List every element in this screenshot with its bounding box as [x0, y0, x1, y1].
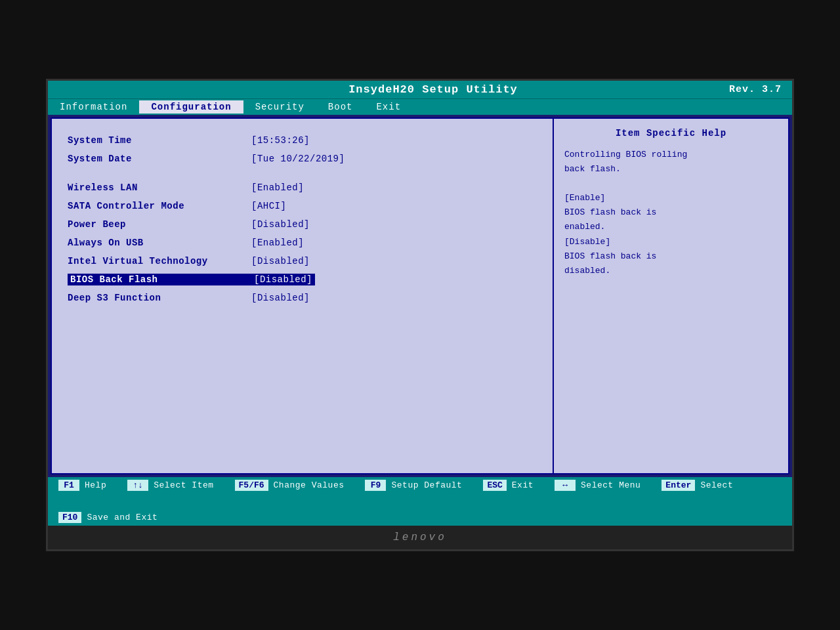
lenovo-bar: lenovo [48, 526, 792, 549]
row-wireless-lan[interactable]: Wireless LAN [Enabled] [68, 179, 537, 196]
menu-item-security[interactable]: Security [243, 100, 316, 114]
title-bar: InsydeH20 Setup Utility Rev. 3.7 [48, 81, 792, 98]
label-system-time: System Time [68, 135, 251, 146]
value-intel-vt: [Disabled] [251, 256, 310, 266]
row-always-on-usb[interactable]: Always On USB [Enabled] [68, 234, 537, 251]
value-system-date: [Tue 10/22/2019] [251, 154, 345, 164]
key-enter: Enter [662, 480, 695, 491]
label-system-date: System Date [68, 154, 251, 164]
menu-item-information[interactable]: Information [48, 100, 139, 114]
value-deep-s3: [Disabled] [251, 293, 310, 303]
value-sata-controller: [AHCI] [251, 201, 286, 211]
row-power-beep[interactable]: Power Beep [Disabled] [68, 216, 537, 233]
label-intel-vt: Intel Virtual Technology [68, 256, 251, 266]
help-text: Controlling BIOS rollingback flash.[Enab… [564, 148, 778, 278]
value-wireless-lan: [Enabled] [251, 182, 304, 193]
row-deep-s3[interactable]: Deep S3 Function [Disabled] [68, 289, 537, 306]
desc-exit: Exit [512, 480, 534, 490]
footer-f10: F10 Save and Exit [58, 512, 158, 523]
key-leftright: ↔ [555, 480, 576, 491]
label-sata-controller: SATA Controller Mode [68, 201, 251, 211]
menu-item-exit[interactable]: Exit [364, 100, 413, 114]
value-system-time: [15:53:26] [251, 135, 310, 146]
footer-bar: F1 Help ↑↓ Select Item F5/F6 Change Valu… [48, 477, 792, 526]
key-f9: F9 [365, 480, 386, 491]
desc-setup-default: Setup Default [391, 480, 462, 490]
spacer-1 [68, 169, 537, 178]
footer-f9: F9 Setup Default [365, 480, 462, 491]
value-always-on-usb: [Enabled] [251, 238, 304, 248]
help-title: Item Specific Help [564, 128, 778, 138]
value-bios-back-flash: [Disabled] [251, 274, 315, 285]
key-esc: ESC [483, 480, 506, 491]
revision-label: Rev. 3.7 [729, 84, 782, 95]
key-updown: ↑↓ [127, 480, 148, 491]
label-deep-s3: Deep S3 Function [68, 293, 251, 303]
main-content: System Time [15:53:26] System Date [Tue … [51, 117, 789, 474]
row-system-date[interactable]: System Date [Tue 10/22/2019] [68, 150, 537, 167]
label-wireless-lan: Wireless LAN [68, 182, 251, 193]
config-panel: System Time [15:53:26] System Date [Tue … [52, 119, 554, 473]
row-sata-controller[interactable]: SATA Controller Mode [AHCI] [68, 198, 537, 215]
row-system-time[interactable]: System Time [15:53:26] [68, 132, 537, 149]
footer-esc: ESC Exit [483, 480, 534, 491]
bios-screen: InsydeH20 Setup Utility Rev. 3.7 Informa… [46, 79, 794, 551]
desc-select-item: Select Item [154, 480, 213, 490]
menu-bar: Information Configuration Security Boot … [48, 98, 792, 115]
footer-leftright: ↔ Select Menu [555, 480, 640, 491]
desc-select-menu: Select Menu [581, 480, 640, 490]
row-intel-vt[interactable]: Intel Virtual Technology [Disabled] [68, 253, 537, 270]
menu-item-configuration[interactable]: Configuration [139, 100, 243, 114]
footer-f1: F1 Help [58, 480, 106, 491]
desc-help: Help [85, 480, 106, 490]
row-bios-back-flash[interactable]: BIOS Back Flash [Disabled] [68, 271, 537, 288]
label-bios-back-flash: BIOS Back Flash [68, 274, 251, 285]
desc-save-exit: Save and Exit [87, 513, 158, 522]
menu-item-boot[interactable]: Boot [316, 100, 365, 114]
lenovo-logo: lenovo [393, 532, 447, 543]
label-always-on-usb: Always On USB [68, 238, 251, 248]
app-title: InsydeH20 Setup Utility [137, 83, 729, 96]
desc-select: Select [700, 480, 733, 490]
key-f10: F10 [58, 512, 81, 523]
key-f5f6: F5/F6 [235, 480, 268, 491]
help-line-0: Controlling BIOS rollingback flash.[Enab… [564, 150, 687, 276]
footer-enter: Enter Select [662, 480, 733, 491]
help-panel: Item Specific Help Controlling BIOS roll… [554, 119, 788, 473]
key-f1: F1 [58, 480, 79, 491]
label-power-beep: Power Beep [68, 219, 251, 230]
desc-change-values: Change Values [274, 480, 345, 490]
value-power-beep: [Disabled] [251, 219, 310, 230]
footer-f5f6: F5/F6 Change Values [235, 480, 345, 491]
footer-updown: ↑↓ Select Item [127, 480, 213, 491]
